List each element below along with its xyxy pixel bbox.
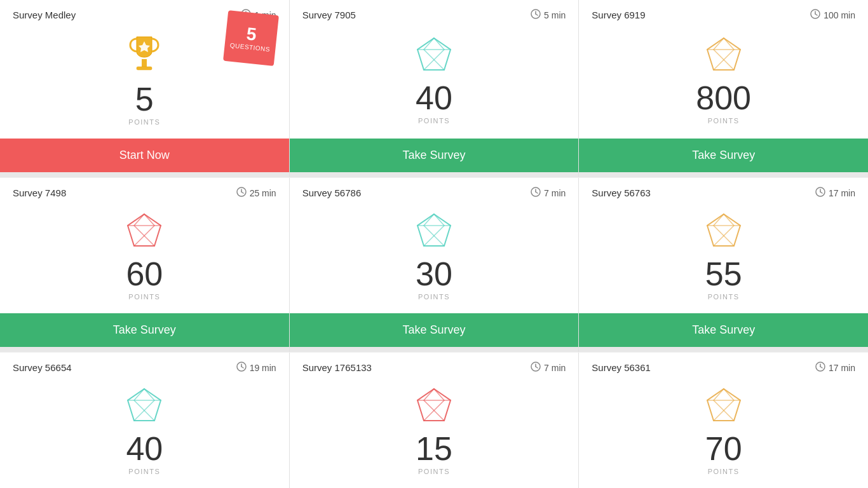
svg-line-23	[241, 192, 243, 193]
svg-marker-17	[714, 38, 734, 60]
survey-card: Survey 56361 17 min 70 POINTS Take Surve…	[579, 353, 868, 488]
points-label: POINTS	[128, 468, 160, 475]
survey-name: Survey 7498	[13, 187, 66, 198]
survey-card: Survey 56786 7 min 30 POINTS Take Survey	[290, 178, 579, 352]
points-value: 55	[705, 257, 742, 290]
points-label: POINTS	[128, 293, 160, 301]
svg-marker-8	[417, 38, 451, 70]
card-body: 70 POINTS	[592, 380, 855, 488]
svg-line-11	[424, 60, 434, 70]
card-body: 30 POINTS	[302, 205, 566, 313]
svg-line-60	[434, 410, 444, 421]
clock-icon	[236, 187, 247, 199]
time-info: 5 min	[531, 9, 566, 21]
svg-line-68	[724, 410, 734, 421]
svg-line-27	[134, 236, 144, 246]
svg-marker-32	[417, 214, 451, 246]
clock-icon	[810, 9, 820, 21]
survey-name: Survey 56763	[592, 187, 651, 198]
svg-line-36	[434, 236, 444, 246]
time-value: 25 min	[250, 188, 276, 198]
survey-row: Survey 7498 25 min 60 POINTS Take Survey	[0, 178, 868, 352]
svg-line-20	[724, 60, 734, 70]
svg-line-15	[815, 14, 817, 15]
svg-line-44	[724, 236, 734, 246]
gem-icon	[415, 36, 453, 76]
time-value: 7 min	[544, 363, 566, 373]
points-label: POINTS	[418, 468, 450, 475]
take-survey-button[interactable]: Take Survey	[290, 139, 579, 172]
svg-line-43	[714, 236, 724, 246]
take-survey-button[interactable]: Take Survey	[579, 139, 868, 172]
points-value: 40	[126, 432, 163, 465]
take-survey-button[interactable]: Take Survey	[579, 313, 868, 347]
survey-row: Survey Medley 1 min 5 POINTS 5	[0, 0, 868, 177]
svg-line-67	[714, 410, 724, 421]
svg-marker-24	[128, 214, 161, 246]
svg-line-35	[424, 236, 434, 246]
time-info: 19 min	[236, 362, 276, 374]
svg-marker-33	[424, 214, 444, 236]
svg-marker-57	[424, 389, 444, 410]
svg-line-51	[134, 410, 144, 421]
card-header: Survey 56654 19 min	[13, 362, 276, 374]
survey-name: Survey 56361	[592, 362, 651, 373]
clock-icon	[531, 187, 541, 199]
svg-line-63	[820, 367, 822, 368]
svg-marker-64	[707, 389, 740, 421]
points-value: 15	[416, 432, 452, 465]
card-body: 40 POINTS	[13, 380, 276, 488]
clock-icon	[236, 362, 247, 374]
survey-name: Survey 56786	[302, 187, 362, 198]
survey-card: Survey 1765133 7 min 15 POINTS Take Surv…	[290, 353, 579, 488]
gem-icon	[125, 212, 163, 252]
take-survey-button[interactable]: Take Survey	[290, 313, 579, 347]
card-footer: Take Survey	[290, 313, 579, 347]
card-footer: Take Survey	[579, 313, 868, 347]
card-header: Survey 56763 17 min	[592, 187, 855, 199]
take-survey-button[interactable]: Take Survey	[0, 313, 289, 347]
svg-marker-49	[134, 389, 154, 410]
survey-row: Survey 56654 19 min 40 POINTS Take Surve…	[0, 353, 868, 488]
card-footer: Take Survey	[0, 313, 289, 347]
clock-icon	[531, 362, 541, 374]
svg-rect-4	[137, 67, 152, 70]
survey-name: Survey 7905	[302, 10, 356, 20]
card-header: Survey 6919 100 min	[592, 9, 855, 21]
time-value: 19 min	[250, 363, 276, 373]
points-label: POINTS	[708, 293, 740, 301]
survey-card: Survey 7905 5 min 40 POINTS Take Survey	[290, 0, 579, 177]
survey-name: Survey 1765133	[302, 362, 372, 373]
card-body: 55 POINTS	[592, 205, 855, 313]
time-info: 17 min	[815, 187, 855, 199]
svg-marker-41	[714, 214, 734, 236]
start-now-button[interactable]: Start Now	[0, 139, 289, 172]
gem-icon	[415, 386, 453, 427]
questions-badge: 5 QUESTIONS	[223, 10, 279, 66]
card-header: Survey 7498 25 min	[13, 187, 276, 199]
gem-icon	[705, 386, 743, 427]
points-label: POINTS	[418, 117, 450, 125]
time-info: 25 min	[236, 187, 276, 199]
svg-line-47	[241, 367, 243, 368]
gem-icon	[705, 212, 743, 252]
svg-marker-56	[417, 389, 451, 421]
card-footer: Take Survey	[290, 139, 579, 172]
points-value: 800	[696, 81, 751, 114]
points-label: POINTS	[418, 293, 450, 301]
points-value: 30	[416, 257, 452, 290]
time-info: 100 min	[810, 9, 855, 21]
badge-number: 5	[245, 25, 257, 43]
svg-line-19	[714, 60, 724, 70]
svg-line-55	[536, 367, 538, 368]
card-body: 40 POINTS	[302, 27, 566, 139]
time-info: 17 min	[815, 362, 855, 374]
svg-marker-9	[424, 38, 444, 60]
gem-icon	[415, 212, 453, 252]
card-header: Survey 7905 5 min	[302, 9, 566, 21]
points-value: 5	[135, 83, 154, 116]
survey-name: Survey 56654	[13, 362, 72, 373]
card-header: Survey 56361 17 min	[592, 362, 855, 374]
survey-card: Survey 7498 25 min 60 POINTS Take Survey	[0, 178, 289, 352]
card-header: Survey 56786 7 min	[302, 187, 566, 199]
